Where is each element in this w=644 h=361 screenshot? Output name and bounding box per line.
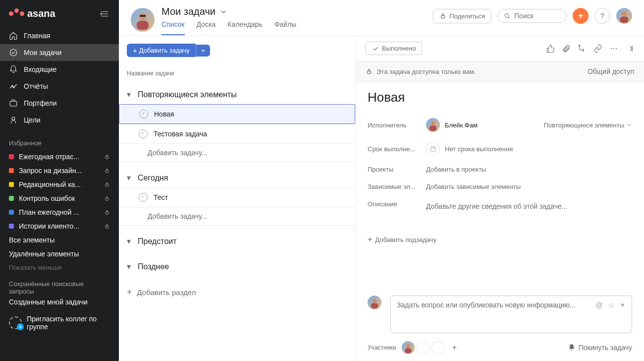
mark-complete-button[interactable]: Выполнено: [366, 42, 422, 55]
page-title: Мои задачи: [161, 6, 215, 17]
favorite-item[interactable]: Редакционный ка...: [0, 178, 119, 191]
complete-checkbox[interactable]: [139, 110, 148, 119]
task-name: Тест: [154, 193, 168, 201]
svg-rect-39: [405, 348, 412, 353]
reports-icon: [9, 82, 18, 91]
favorite-name: Запрос на дизайн...: [19, 167, 99, 175]
share-button[interactable]: Поделиться: [433, 9, 491, 23]
svg-point-7: [12, 117, 15, 120]
nav-label: Цели: [24, 116, 41, 124]
comment-input[interactable]: Задать вопрос или опубликовать новую инф…: [390, 296, 632, 333]
add-task-inline[interactable]: Добавить задачу...: [119, 207, 355, 226]
lock-icon: [104, 168, 110, 174]
nav-home[interactable]: Главная: [0, 27, 119, 44]
tabs: СписокДоскаКалендарьФайлы: [161, 20, 426, 35]
followers-label: Участники: [368, 344, 396, 351]
tab-файлы[interactable]: Файлы: [274, 20, 296, 35]
favorite-item[interactable]: План ежегодной ...: [0, 205, 119, 219]
svg-point-38: [406, 344, 410, 348]
section-name: Предстоит: [138, 237, 177, 246]
emoji-icon[interactable]: ☺: [608, 301, 615, 309]
more-button[interactable]: [609, 44, 618, 53]
complete-checkbox[interactable]: [139, 129, 148, 138]
user-avatar-small[interactable]: [616, 8, 632, 24]
subtask-button[interactable]: [578, 44, 587, 53]
leave-task-button[interactable]: Покинуть задачу: [568, 344, 632, 352]
section-header[interactable]: ▾Позднее: [119, 257, 355, 276]
svg-rect-8: [106, 157, 108, 159]
favorite-item[interactable]: Запрос на дизайн...: [0, 164, 119, 178]
favorite-item[interactable]: Контроль ошибок: [0, 191, 119, 205]
search-box[interactable]: [497, 9, 567, 23]
all-items-link[interactable]: Все элементы: [0, 233, 119, 247]
add-task-button[interactable]: + Добавить задачу: [127, 44, 196, 57]
project-color-dot: [9, 182, 14, 187]
assignee-value[interactable]: Блейк Фам: [426, 118, 478, 132]
chevron-down-icon[interactable]: [219, 8, 227, 16]
search-input[interactable]: [514, 12, 560, 20]
lock-icon: [104, 223, 110, 229]
tab-доска[interactable]: Доска: [197, 20, 216, 35]
description-input[interactable]: Добавьте другие сведения об этой задаче.…: [426, 200, 568, 212]
add-task-label: Добавить задачу: [139, 47, 190, 54]
column-header-name: Название задачи: [119, 61, 355, 82]
attachment-button[interactable]: [562, 44, 571, 53]
add-subtask-button[interactable]: + Добавить подзадачу: [368, 235, 632, 244]
complete-checkbox[interactable]: [139, 193, 148, 202]
section-header[interactable]: ▾Предстоит: [119, 232, 355, 251]
tab-календарь[interactable]: Календарь: [227, 20, 263, 35]
sidebar-nav: Главная Мои задачи Входящие Отчёты Портф…: [0, 23, 119, 132]
due-value[interactable]: Нет срока выполнения: [426, 142, 513, 156]
nav-reports[interactable]: Отчёты: [0, 78, 119, 95]
saved-searches-title: Сохранённые поисковые запросы: [0, 274, 119, 295]
logo[interactable]: asana: [9, 8, 55, 19]
task-row[interactable]: Новая: [119, 104, 355, 124]
mention-icon[interactable]: @: [595, 301, 602, 309]
projects-label: Проекты: [368, 166, 426, 173]
help-button[interactable]: ?: [594, 8, 610, 24]
add-task-dropdown[interactable]: [196, 45, 210, 57]
add-section-button[interactable]: + Добавить раздел: [119, 279, 355, 305]
user-avatar-large[interactable]: [131, 8, 155, 32]
comment-avatar: [368, 296, 381, 309]
svg-point-23: [611, 48, 612, 49]
tab-список[interactable]: Список: [161, 20, 185, 35]
nav-my-tasks[interactable]: Мои задачи: [0, 44, 119, 61]
projects-value[interactable]: Добавить в проекты: [426, 166, 486, 173]
nav-goals[interactable]: Цели: [0, 112, 119, 128]
lock-icon: [104, 154, 110, 160]
section-header[interactable]: ▾Повторяющиеся элементы: [119, 85, 355, 104]
add-task-inline[interactable]: Добавить задачу...: [119, 143, 355, 162]
invite-teammates[interactable]: + Пригласить коллег по группе: [0, 309, 119, 337]
section-header[interactable]: ▾Сегодня: [119, 168, 355, 187]
deleted-items-link[interactable]: Удалённые элементы: [0, 247, 119, 261]
add-follower-button[interactable]: +: [449, 343, 459, 353]
triangle-icon: ▾: [127, 90, 133, 99]
close-panel-button[interactable]: [625, 44, 634, 53]
nav-label: Портфели: [24, 99, 57, 107]
global-add-button[interactable]: +: [573, 8, 589, 24]
favorite-name: Ежегодная отрас...: [19, 153, 99, 161]
task-row[interactable]: Тестовая задача: [119, 124, 355, 143]
favorite-item[interactable]: Истории клиенто...: [0, 219, 119, 233]
lock-icon: [366, 68, 373, 75]
nav-inbox[interactable]: Входящие: [0, 61, 119, 78]
task-row[interactable]: Тест: [119, 187, 355, 207]
link-button[interactable]: [593, 44, 602, 53]
deps-value[interactable]: Добавить зависимые элементы: [426, 183, 521, 190]
star-icon[interactable]: ✦: [620, 301, 626, 309]
section-selector[interactable]: Повторяющиеся элементы: [544, 121, 632, 129]
sidebar-collapse-button[interactable]: [99, 8, 110, 19]
add-follower-placeholder[interactable]: [431, 341, 444, 354]
add-follower-placeholder[interactable]: [417, 341, 429, 354]
favorite-item[interactable]: Ежегодная отрас...: [0, 150, 119, 164]
show-less-link[interactable]: Показать меньше: [0, 261, 119, 274]
share-label: Поделиться: [449, 12, 485, 20]
privacy-text: Эта задача доступна только вам.: [376, 68, 476, 75]
task-title[interactable]: Новая: [368, 90, 632, 105]
share-access-link[interactable]: Общий доступ: [588, 67, 634, 75]
follower-avatar[interactable]: [402, 341, 415, 354]
created-by-me-link[interactable]: Созданные мной задачи: [0, 295, 119, 309]
nav-portfolios[interactable]: Портфели: [0, 95, 119, 112]
like-button[interactable]: [546, 44, 555, 53]
